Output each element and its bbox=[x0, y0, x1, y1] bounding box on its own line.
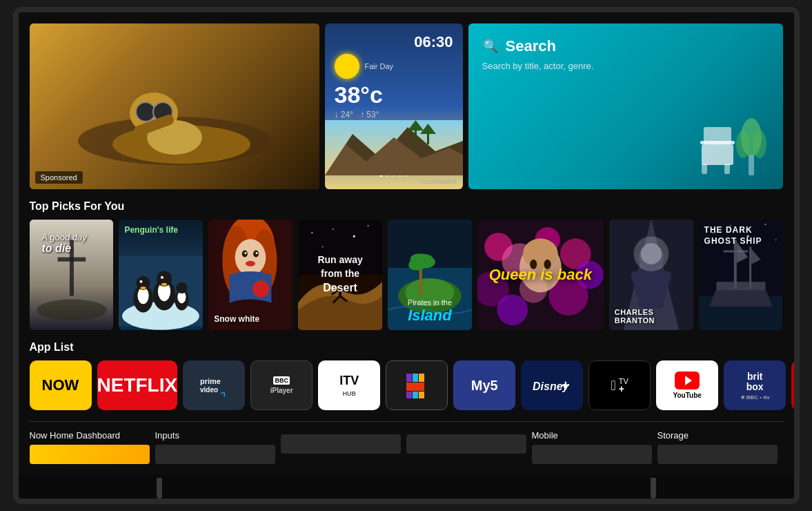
nav-mobile[interactable]: Mobile bbox=[532, 430, 657, 464]
svg-rect-108 bbox=[749, 247, 751, 289]
nav-storage-bar bbox=[657, 445, 778, 464]
pick-card-good-day[interactable]: A good day to die bbox=[30, 220, 114, 330]
stand-leg-right bbox=[651, 478, 656, 499]
weather-condition: Fair Day bbox=[365, 62, 394, 70]
nav-inputs-bar bbox=[155, 445, 275, 464]
sponsored-badge: Sponsored bbox=[35, 171, 83, 184]
svg-rect-12 bbox=[415, 131, 417, 144]
itv-hub-label: HUB bbox=[342, 390, 356, 397]
nav-home-dashboard-bar bbox=[30, 445, 150, 464]
svg-point-24 bbox=[753, 131, 766, 158]
svg-point-54 bbox=[252, 280, 269, 297]
charles-label: CHARLES BRANTON bbox=[615, 308, 688, 325]
app-youtube[interactable]: YouTube bbox=[656, 360, 718, 410]
youtube-icon bbox=[675, 372, 700, 389]
good-day-title1: A good day bbox=[42, 232, 101, 242]
svg-point-102 bbox=[775, 239, 776, 240]
svg-point-34 bbox=[140, 280, 143, 283]
svg-rect-17 bbox=[702, 144, 733, 165]
svg-rect-106 bbox=[723, 250, 748, 252]
svg-point-35 bbox=[141, 287, 146, 289]
search-decoration bbox=[693, 106, 776, 182]
app-netflix[interactable]: NETFLIX bbox=[97, 360, 178, 410]
svg-point-53 bbox=[246, 261, 255, 267]
search-icon: 🔍 bbox=[482, 38, 499, 55]
hero-main[interactable]: Sponsored bbox=[30, 23, 319, 189]
itv-label: ITV bbox=[339, 374, 359, 388]
svg-rect-104 bbox=[716, 282, 765, 290]
desert-label: Run away from the Desert bbox=[317, 253, 362, 296]
search-title: Search bbox=[506, 37, 556, 55]
bottom-nav: Now Home Dashboard Inputs Mobile Storage bbox=[30, 421, 783, 464]
nav-4-bar bbox=[406, 434, 526, 454]
svg-rect-19 bbox=[702, 164, 707, 174]
pick-card-queen[interactable]: Queen is back bbox=[477, 220, 604, 330]
search-furniture-svg bbox=[693, 106, 776, 182]
svg-rect-18 bbox=[704, 127, 731, 144]
pirates-label: Pirates in the Island bbox=[388, 298, 472, 325]
nav-4[interactable] bbox=[406, 430, 532, 464]
youtube-label: YouTube bbox=[673, 392, 702, 399]
nav-home-dashboard[interactable]: Now Home Dashboard bbox=[30, 430, 155, 464]
app-rakuten[interactable]: Rakuten bbox=[791, 360, 799, 410]
app-bbc[interactable]: BBC iPlayer bbox=[250, 360, 313, 410]
svg-point-57 bbox=[311, 232, 313, 233]
svg-rect-21 bbox=[749, 155, 754, 175]
britbox-sublabel: box bbox=[746, 381, 764, 392]
ghost-ship-label: THE DARK GHOST SHIP bbox=[704, 225, 762, 247]
pick-card-pirates[interactable]: Pirates in the Island bbox=[388, 220, 472, 330]
app-netflix-label: NETFLIX bbox=[97, 374, 178, 396]
nav-3-bar bbox=[281, 434, 401, 454]
nav-inputs[interactable]: Inputs bbox=[155, 430, 281, 464]
weather-sun-icon bbox=[335, 54, 359, 79]
nav-3[interactable] bbox=[281, 430, 406, 464]
pick-card-ghost-ship[interactable]: THE DARK GHOST SHIP bbox=[699, 220, 783, 330]
hero-weather[interactable]: 06:30 Fair Day 38°c ↓ 24° ↑ 53° bbox=[325, 23, 463, 189]
svg-text:prime: prime bbox=[200, 377, 221, 385]
app-appletv[interactable]:  TV + bbox=[588, 360, 651, 410]
pick-card-desert[interactable]: Run away from the Desert bbox=[298, 220, 382, 330]
app-list-title: App List bbox=[30, 341, 783, 354]
svg-rect-14 bbox=[427, 134, 429, 144]
app-disney[interactable]: Disney + bbox=[521, 360, 583, 410]
app-itv[interactable]: ITV HUB bbox=[318, 360, 380, 410]
queen-title: Queen is back bbox=[484, 260, 597, 289]
britbox-label: brit bbox=[747, 371, 763, 382]
pick-card-penguins[interactable]: Penguin's life bbox=[119, 220, 203, 330]
app-my5[interactable]: My5 bbox=[453, 360, 515, 410]
svg-rect-113 bbox=[406, 374, 412, 382]
svg-point-23 bbox=[736, 131, 750, 158]
app-ch4[interactable] bbox=[386, 360, 448, 410]
svg-rect-116 bbox=[406, 383, 424, 391]
app-prime[interactable]: prime video bbox=[183, 360, 245, 410]
nav-storage[interactable]: Storage bbox=[657, 430, 783, 464]
weather-temp: 38°c bbox=[335, 81, 453, 108]
app-now[interactable]: NOW bbox=[30, 360, 92, 410]
nav-mobile-label: Mobile bbox=[532, 430, 657, 441]
app-britbox[interactable]: brit box ★ BBC • itv bbox=[724, 360, 786, 410]
pick-card-snow-white[interactable]: Snow white bbox=[208, 220, 293, 330]
nav-mobile-bar bbox=[532, 445, 652, 464]
hero-search[interactable]: 🔍 Search Search by title, actor, genre. bbox=[468, 23, 783, 189]
svg-point-40 bbox=[161, 283, 167, 286]
svg-point-39 bbox=[161, 276, 164, 279]
svg-text:+: + bbox=[562, 378, 570, 393]
ch4-logo-svg bbox=[403, 370, 430, 401]
svg-point-60 bbox=[368, 225, 369, 226]
penguins-title: Penguin's life bbox=[124, 225, 197, 235]
svg-point-101 bbox=[764, 224, 766, 225]
nav-inputs-label: Inputs bbox=[155, 430, 281, 441]
weather-time: 06:30 bbox=[335, 33, 453, 51]
svg-rect-118 bbox=[413, 392, 418, 398]
nav-home-dashboard-label: Now Home Dashboard bbox=[30, 430, 155, 441]
pick-card-charles[interactable]: CHARLES BRANTON bbox=[609, 220, 693, 330]
top-picks-row: A good day to die Penguin's life bbox=[30, 220, 783, 330]
tv-stand bbox=[19, 478, 794, 499]
good-day-title2: to die bbox=[42, 242, 101, 255]
svg-point-51 bbox=[245, 252, 247, 254]
svg-point-96 bbox=[640, 243, 661, 264]
svg-rect-20 bbox=[724, 164, 730, 174]
svg-rect-105 bbox=[733, 240, 736, 289]
svg-point-58 bbox=[333, 229, 334, 230]
bbc-logo: BBC bbox=[273, 376, 290, 385]
